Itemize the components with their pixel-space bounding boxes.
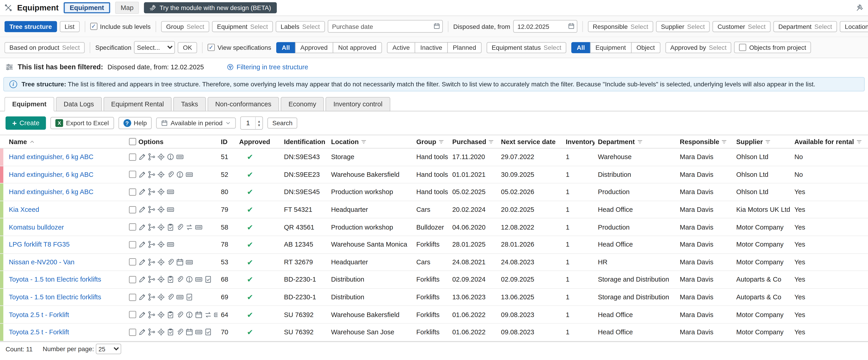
hierarchy-icon[interactable] bbox=[148, 293, 155, 301]
column-header-responsible[interactable]: Responsible bbox=[676, 135, 733, 148]
table-row[interactable]: Hand extinguisher, 6 kg ABC 51 ✔ DN:S9ES… bbox=[0, 149, 868, 166]
column-header-location[interactable]: Location bbox=[328, 135, 413, 148]
column-filter-icon[interactable] bbox=[722, 139, 727, 144]
column-header-group[interactable]: Group bbox=[413, 135, 449, 148]
row-checkbox[interactable] bbox=[129, 223, 136, 231]
hierarchy-icon[interactable] bbox=[148, 311, 155, 319]
edit-icon[interactable] bbox=[138, 171, 146, 178]
plate-icon[interactable] bbox=[195, 328, 203, 336]
hierarchy-icon[interactable] bbox=[148, 258, 155, 266]
column-filter-icon[interactable] bbox=[765, 139, 770, 144]
objects-from-project-toggle[interactable]: Objects from project bbox=[734, 41, 811, 53]
ok-button[interactable]: OK bbox=[178, 42, 197, 53]
alert-icon[interactable] bbox=[166, 153, 174, 161]
help-button[interactable]: ?Help bbox=[118, 117, 152, 129]
tab-tasks[interactable]: Tasks bbox=[174, 97, 206, 111]
column-header-rental[interactable]: Available for rental bbox=[791, 135, 868, 148]
edit-icon[interactable] bbox=[138, 241, 146, 248]
table-row[interactable]: Toyota 2.5 t - Forklift 64 ✔ SU 76392 Wa… bbox=[0, 306, 868, 324]
column-header-id[interactable]: ID bbox=[217, 135, 236, 148]
responsible-filter-button[interactable]: ResponsibleSelect bbox=[588, 21, 653, 32]
stepper-up-icon[interactable]: ▲ bbox=[257, 119, 261, 123]
calendar-icon[interactable] bbox=[195, 311, 203, 319]
row-checkbox[interactable] bbox=[129, 154, 136, 161]
plate-icon[interactable] bbox=[176, 153, 184, 161]
column-header-ident[interactable]: Identification bbox=[281, 135, 328, 148]
plate-icon[interactable] bbox=[176, 293, 184, 301]
swap-icon[interactable] bbox=[185, 223, 193, 231]
column-header-inventory[interactable]: Inventory bbox=[562, 135, 594, 148]
tab-inventory-control[interactable]: Inventory control bbox=[326, 97, 391, 111]
target-icon[interactable] bbox=[157, 241, 165, 248]
checklist-icon[interactable] bbox=[166, 223, 174, 231]
row-checkbox[interactable] bbox=[129, 294, 136, 301]
column-filter-icon[interactable] bbox=[438, 139, 444, 144]
purchase-date-input[interactable] bbox=[328, 20, 443, 33]
approval-approved-button[interactable]: Approved bbox=[295, 42, 333, 53]
table-row[interactable]: Hand extinguisher, 6 kg ABC 52 ✔ DN:S9EE… bbox=[0, 166, 868, 184]
row-checkbox[interactable] bbox=[129, 206, 136, 213]
table-row[interactable]: Nissan e-NV200 - Van 53 ✔ RT 32679 Headq… bbox=[0, 254, 868, 271]
approval-not-approved-button[interactable]: Not approved bbox=[333, 42, 382, 53]
column-header-approved[interactable]: Approved bbox=[236, 135, 281, 148]
edit-icon[interactable] bbox=[138, 153, 146, 161]
hierarchy-icon[interactable] bbox=[148, 171, 155, 178]
target-icon[interactable] bbox=[157, 328, 165, 336]
status-active-button[interactable]: Active bbox=[387, 42, 415, 53]
equipment-name-link[interactable]: Toyota - 1.5 ton Electric forklifts bbox=[9, 293, 101, 301]
checklist-icon[interactable] bbox=[166, 276, 174, 283]
hierarchy-icon[interactable] bbox=[148, 241, 155, 248]
equipment-name-link[interactable]: Hand extinguisher, 6 kg ABC bbox=[9, 188, 94, 196]
column-header-purchased[interactable]: Purchased bbox=[449, 135, 498, 148]
select-all-checkbox[interactable] bbox=[129, 138, 136, 145]
hierarchy-icon[interactable] bbox=[148, 188, 155, 196]
alert-icon[interactable] bbox=[185, 276, 193, 283]
status-planned-button[interactable]: Planned bbox=[447, 42, 482, 53]
specification-select[interactable]: Select... bbox=[134, 41, 175, 54]
location-filter-button[interactable]: LocationSelect bbox=[840, 21, 868, 32]
tab-economy[interactable]: Economy bbox=[281, 97, 324, 111]
service-tools-icon[interactable] bbox=[856, 4, 864, 11]
column-header-options[interactable]: Options bbox=[126, 135, 218, 148]
plate-icon[interactable] bbox=[185, 171, 193, 178]
view-specifications-checkbox[interactable] bbox=[208, 44, 215, 51]
plate-icon[interactable] bbox=[166, 206, 174, 214]
target-icon[interactable] bbox=[157, 311, 165, 319]
row-checkbox[interactable] bbox=[129, 329, 136, 336]
tab-non-conformances[interactable]: Non-conformances bbox=[208, 97, 279, 111]
column-header-supplier[interactable]: Supplier bbox=[733, 135, 791, 148]
column-header-next[interactable]: Next service date bbox=[498, 135, 562, 148]
paperclip-icon[interactable] bbox=[176, 311, 184, 319]
checklist-icon[interactable] bbox=[166, 311, 174, 319]
period-count-stepper[interactable]: 1 ▲▼ bbox=[240, 116, 263, 130]
beta-design-button[interactable]: Try the module with new design (BETA) bbox=[144, 2, 277, 13]
approved-by-button[interactable]: Approved bySelect bbox=[665, 42, 732, 53]
period-count-value[interactable]: 1 bbox=[241, 117, 255, 129]
equipment-filter-button[interactable]: EquipmentSelect bbox=[212, 21, 273, 32]
calendar-icon[interactable] bbox=[176, 258, 184, 266]
doc-check-icon[interactable] bbox=[204, 328, 212, 336]
edit-icon[interactable] bbox=[138, 223, 146, 231]
target-icon[interactable] bbox=[157, 153, 165, 161]
table-row[interactable]: Kia Xceed 79 ✔ FT 54321 Headquarter Cars… bbox=[0, 201, 868, 219]
hierarchy-icon[interactable] bbox=[148, 206, 155, 214]
objects-from-project-checkbox[interactable] bbox=[739, 44, 747, 51]
edit-icon[interactable] bbox=[138, 311, 146, 319]
row-checkbox[interactable] bbox=[129, 188, 136, 196]
row-checkbox[interactable] bbox=[129, 171, 136, 178]
hierarchy-icon[interactable] bbox=[148, 153, 155, 161]
supplier-filter-button[interactable]: SupplierSelect bbox=[656, 21, 710, 32]
labels-filter-button[interactable]: LabelsSelect bbox=[276, 21, 325, 32]
alert-icon[interactable] bbox=[176, 171, 184, 178]
paperclip-icon[interactable] bbox=[176, 276, 184, 283]
equipment-name-link[interactable]: Toyota 2.5 t - Forklift bbox=[9, 311, 69, 319]
column-filter-icon[interactable] bbox=[489, 139, 494, 144]
approval-all-button[interactable]: All bbox=[276, 42, 296, 53]
column-filter-icon[interactable] bbox=[361, 139, 366, 144]
list-toggle[interactable]: List bbox=[60, 21, 80, 32]
search-button[interactable]: Search bbox=[268, 117, 298, 129]
equipment-name-link[interactable]: Hand extinguisher, 6 kg ABC bbox=[9, 171, 94, 178]
row-checkbox[interactable] bbox=[129, 241, 136, 248]
equipment-name-link[interactable]: Kia Xceed bbox=[9, 206, 39, 214]
tab-equipment[interactable]: Equipment bbox=[4, 97, 54, 111]
